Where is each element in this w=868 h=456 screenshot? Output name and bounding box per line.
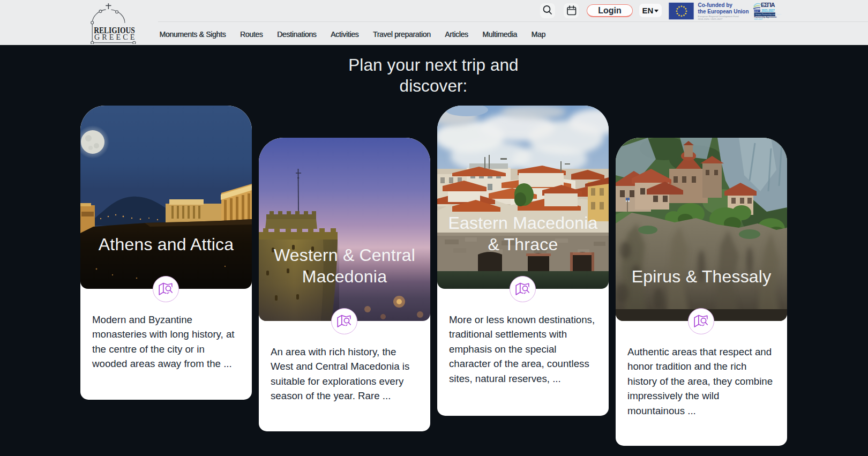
svg-text:European Regional Development: European Regional Development Fund xyxy=(698,15,739,18)
svg-text:the European Union: the European Union xyxy=(698,9,749,14)
svg-text:2014-2020 / 2021-2027: 2014-2020 / 2021-2027 xyxy=(698,18,723,20)
svg-text:2021-2027: 2021-2027 xyxy=(754,18,763,20)
svg-text:ΕΣΠΑ: ΕΣΠΑ xyxy=(761,2,775,8)
svg-text:Unique Partnership and Direct: Unique Partnership and Direct xyxy=(755,13,781,16)
svg-text:Co-funded by: Co-funded by xyxy=(698,2,733,8)
svg-text:2021-2027: 2021-2027 xyxy=(761,9,775,12)
svg-text:G R E E C E: G R E E C E xyxy=(94,33,135,41)
